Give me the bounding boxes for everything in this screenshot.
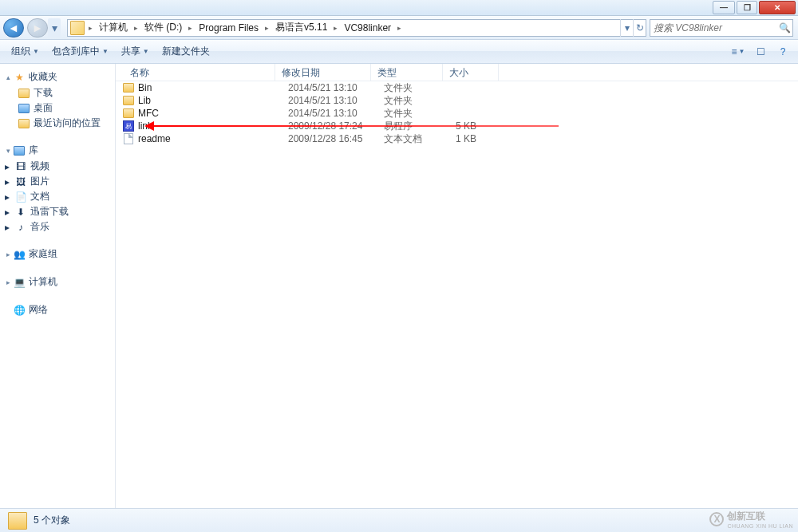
file-row[interactable]: Lib2014/5/21 13:10文件夹 bbox=[116, 94, 798, 107]
sidebar-libraries[interactable]: ▾库 bbox=[0, 142, 115, 159]
sidebar-computer[interactable]: ▸💻计算机 bbox=[0, 274, 115, 290]
sidebar-item-pictures[interactable]: ▸🖼图片 bbox=[0, 174, 115, 189]
file-list[interactable]: 名称 修改日期 类型 大小 Bin2014/5/21 13:10文件夹Lib20… bbox=[116, 64, 798, 508]
download-icon: ⬇ bbox=[14, 206, 27, 219]
statusbar: 5 个对象 bbox=[0, 508, 798, 532]
file-row[interactable]: Bin2014/5/21 13:10文件夹 bbox=[116, 81, 798, 94]
chevron-right-icon: ▸ bbox=[263, 24, 271, 32]
chevron-right-icon: ▸ bbox=[87, 24, 94, 32]
file-row[interactable]: MFC2014/5/21 13:10文件夹 bbox=[116, 107, 798, 120]
folder-icon bbox=[8, 512, 27, 530]
file-type: 文件夹 bbox=[384, 81, 456, 95]
file-name: MFC bbox=[138, 108, 288, 119]
sidebar-network[interactable]: 🌐网络 bbox=[0, 301, 115, 318]
doc-icon bbox=[122, 132, 135, 145]
file-date: 2009/12/28 16:45 bbox=[288, 133, 384, 144]
folder-icon bbox=[122, 107, 135, 120]
file-type: 文件夹 bbox=[384, 107, 456, 120]
file-type: 文件夹 bbox=[384, 94, 456, 108]
chevron-right-icon: ▸ bbox=[332, 24, 339, 32]
col-name[interactable]: 名称 bbox=[116, 64, 275, 81]
view-button[interactable]: ≡ ▼ bbox=[728, 43, 749, 61]
maximize-button[interactable]: ❐ bbox=[737, 1, 757, 14]
file-size: 1 KB bbox=[456, 133, 512, 144]
col-date[interactable]: 修改日期 bbox=[275, 64, 371, 81]
file-date: 2009/12/28 17:24 bbox=[288, 120, 384, 132]
homegroup-icon: 👥 bbox=[13, 248, 26, 261]
file-date: 2014/5/21 13:10 bbox=[288, 82, 384, 93]
crumb-programfiles[interactable]: Program Files bbox=[194, 20, 263, 36]
file-row[interactable]: 易link2009/12/28 17:24易程序5 KB bbox=[116, 120, 798, 132]
forward-button[interactable]: ► bbox=[27, 18, 48, 37]
file-name: readme bbox=[138, 133, 288, 144]
include-button[interactable]: 包含到库中▼ bbox=[45, 42, 115, 61]
file-row[interactable]: readme2009/12/28 16:45文本文档1 KB bbox=[116, 132, 798, 145]
refresh-button[interactable]: ↻ bbox=[633, 19, 646, 37]
help-button[interactable]: ? bbox=[772, 43, 793, 61]
crumb-drive[interactable]: 软件 (D:) bbox=[140, 20, 187, 36]
folder-icon bbox=[18, 119, 30, 128]
sidebar: ▴★收藏夹 下载 桌面 最近访问的位置 ▾库 ▸🎞视频 ▸🖼图片 ▸📄文档 ▸⬇… bbox=[0, 64, 116, 508]
crumb-current[interactable]: VC98linker bbox=[339, 20, 396, 36]
history-dropdown[interactable]: ▾ bbox=[48, 18, 61, 37]
file-size: 5 KB bbox=[456, 120, 512, 132]
app-icon: 易 bbox=[122, 120, 135, 132]
library-icon bbox=[14, 146, 25, 156]
crumb-computer[interactable]: 计算机 bbox=[94, 20, 132, 36]
sidebar-item-recent[interactable]: 最近访问的位置 bbox=[0, 116, 115, 131]
breadcrumb[interactable]: ▸ 计算机 ▸ 软件 (D:) ▸ Program Files ▸ 易语言v5.… bbox=[67, 19, 646, 37]
status-text: 5 个对象 bbox=[34, 514, 70, 527]
sidebar-favorites[interactable]: ▴★收藏夹 bbox=[0, 69, 115, 85]
search-input[interactable] bbox=[650, 22, 777, 33]
column-headers: 名称 修改日期 类型 大小 bbox=[116, 64, 798, 81]
folder-icon bbox=[70, 21, 85, 35]
back-button[interactable]: ◄ bbox=[3, 18, 24, 37]
search-icon[interactable]: 🔍 bbox=[777, 22, 792, 33]
sidebar-homegroup[interactable]: ▸👥家庭组 bbox=[0, 246, 115, 262]
watermark: X 创新互联 CHUANG XIN HU LIAN bbox=[709, 510, 793, 529]
sidebar-item-downloads[interactable]: 下载 bbox=[0, 85, 115, 100]
watermark-logo-icon: X bbox=[709, 512, 724, 526]
network-icon: 🌐 bbox=[13, 304, 26, 317]
col-size[interactable]: 大小 bbox=[443, 64, 499, 81]
chevron-right-icon: ▸ bbox=[396, 24, 403, 32]
share-button[interactable]: 共享▼ bbox=[115, 42, 156, 61]
sidebar-item-documents[interactable]: ▸📄文档 bbox=[0, 189, 115, 204]
folder-icon bbox=[122, 81, 135, 94]
file-type: 文本文档 bbox=[384, 132, 456, 146]
crumb-app[interactable]: 易语言v5.11 bbox=[271, 20, 332, 36]
toolbar: 组织▼ 包含到库中▼ 共享▼ 新建文件夹 ≡ ▼ ☐ ? bbox=[0, 40, 798, 64]
file-name: Lib bbox=[138, 95, 288, 106]
titlebar: — ❐ ✕ bbox=[0, 0, 798, 16]
document-icon: 📄 bbox=[14, 191, 27, 203]
chevron-right-icon: ▸ bbox=[132, 24, 140, 32]
file-date: 2014/5/21 13:10 bbox=[288, 95, 384, 106]
folder-icon bbox=[18, 89, 30, 98]
sidebar-item-thunder[interactable]: ▸⬇迅雷下载 bbox=[0, 204, 115, 219]
chevron-right-icon: ▸ bbox=[187, 24, 194, 32]
sidebar-item-desktop[interactable]: 桌面 bbox=[0, 100, 115, 116]
col-type[interactable]: 类型 bbox=[371, 64, 443, 81]
music-icon: ♪ bbox=[14, 221, 27, 234]
minimize-button[interactable]: — bbox=[713, 1, 735, 14]
video-icon: 🎞 bbox=[14, 160, 27, 173]
file-date: 2014/5/21 13:10 bbox=[288, 108, 384, 119]
folder-icon bbox=[122, 94, 135, 107]
file-name: Bin bbox=[138, 82, 288, 93]
file-name: link bbox=[138, 120, 288, 132]
navbar: ◄ ► ▾ ▸ 计算机 ▸ 软件 (D:) ▸ Program Files ▸ … bbox=[0, 16, 798, 40]
desktop-icon bbox=[18, 104, 30, 113]
preview-pane-button[interactable]: ☐ bbox=[750, 43, 771, 61]
computer-icon: 💻 bbox=[13, 276, 26, 289]
file-type: 易程序 bbox=[384, 120, 456, 133]
sidebar-item-music[interactable]: ▸♪音乐 bbox=[0, 219, 115, 234]
picture-icon: 🖼 bbox=[14, 175, 27, 188]
newfolder-button[interactable]: 新建文件夹 bbox=[156, 42, 216, 61]
organize-button[interactable]: 组织▼ bbox=[5, 42, 45, 61]
history-button[interactable]: ▾ bbox=[620, 19, 633, 37]
star-icon: ★ bbox=[13, 71, 26, 84]
close-button[interactable]: ✕ bbox=[759, 1, 796, 14]
search-box[interactable]: 🔍 bbox=[650, 19, 793, 37]
sidebar-item-videos[interactable]: ▸🎞视频 bbox=[0, 159, 115, 174]
